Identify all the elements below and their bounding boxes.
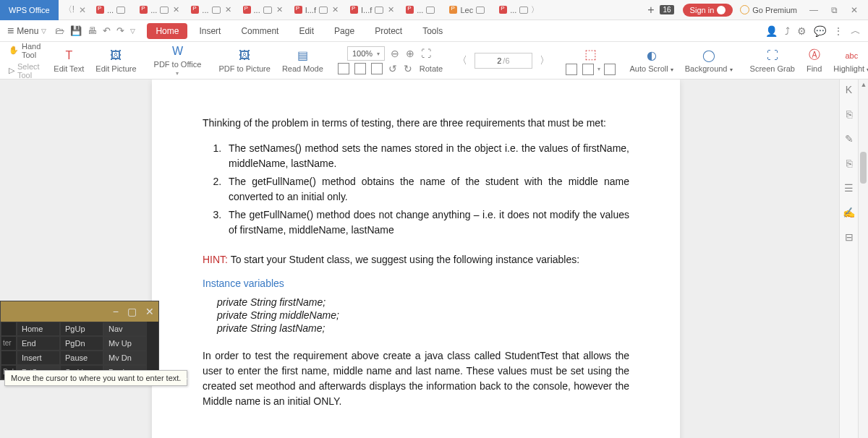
scroll-up-icon[interactable]: ▲ <box>860 81 867 90</box>
osk-key-mvup[interactable]: Mv Up <box>103 336 147 351</box>
zoom-in-icon[interactable]: ⊕ <box>406 48 414 59</box>
page-input[interactable]: 2/6 <box>475 53 532 69</box>
osk-minimize-icon[interactable]: − <box>113 306 119 317</box>
osk-key[interactable] <box>1 322 17 336</box>
menu-comment[interactable]: Comment <box>232 23 287 39</box>
osk-key-pause[interactable]: Pause <box>60 351 103 365</box>
rotate-right-icon[interactable]: ↻ <box>404 63 412 74</box>
minimize-button[interactable]: — <box>804 0 823 20</box>
rotate-left-icon[interactable]: ↺ <box>388 63 397 74</box>
close-icon[interactable]: ✕ <box>276 5 283 14</box>
close-icon[interactable]: ✕ <box>332 5 339 14</box>
zoom-out-icon[interactable]: ⊖ <box>391 48 399 59</box>
sign-icon[interactable]: ✍ <box>843 207 855 218</box>
doc-tab-0[interactable]: ... <box>91 1 133 19</box>
hand-tool[interactable]: ✋Hand Tool <box>9 41 41 60</box>
close-icon[interactable]: ✕ <box>173 5 179 14</box>
doc-tab-5[interactable]: I...f✕ <box>345 1 399 19</box>
screen-grab-button[interactable]: ⛶Screen Grab <box>744 48 801 73</box>
doc-tab-6[interactable]: ... <box>401 1 443 19</box>
osk-titlebar[interactable]: − ▢ ✕ <box>1 301 158 322</box>
share-icon[interactable]: ⤴ <box>785 25 790 37</box>
menu-edit[interactable]: Edit <box>290 23 323 39</box>
save-icon[interactable]: 💾 <box>70 25 82 36</box>
osk-key-pgdn[interactable]: PgDn <box>60 336 103 351</box>
open-icon[interactable]: 🗁 <box>55 25 64 36</box>
cloud-icon[interactable]: ⊟ <box>843 231 855 243</box>
menus: Home Insert Comment Edit Page Protect To… <box>147 23 451 39</box>
select-tool[interactable]: ▷Select Tool <box>9 61 41 80</box>
osk-key-home[interactable]: Home <box>17 322 60 336</box>
qat-dropdown-icon[interactable]: ▽ <box>130 27 135 35</box>
doc-tab-4[interactable]: I...f✕ <box>289 1 344 19</box>
settings-icon[interactable]: ⚙ <box>797 25 807 37</box>
page-layout-icon[interactable] <box>566 64 577 75</box>
view-single-icon[interactable] <box>338 63 349 74</box>
view-continuous-icon[interactable] <box>354 63 366 74</box>
auto-scroll-button[interactable]: ◐Auto Scroll ▾ <box>624 48 679 73</box>
feedback-icon[interactable]: 💬 <box>814 25 826 37</box>
user-icon[interactable]: 👤 <box>765 25 778 37</box>
read-mode-button[interactable]: ▤Read Mode <box>276 48 329 73</box>
prev-page-button[interactable]: 〈 <box>450 54 475 67</box>
edit-text-button[interactable]: TEdit Text <box>48 48 90 73</box>
osk-key[interactable]: ter <box>1 336 17 351</box>
reset-icon[interactable]: K <box>843 84 855 95</box>
undo-icon[interactable]: ↶ <box>103 25 111 36</box>
view-facing-icon[interactable] <box>371 63 383 74</box>
convert-icon[interactable]: ⎘ <box>843 158 855 169</box>
tab-close-icon[interactable]: ✕ <box>79 5 86 15</box>
print-icon[interactable]: 🖶 <box>88 25 97 36</box>
close-window-button[interactable]: ✕ <box>845 0 864 20</box>
doc-tab-3[interactable]: ...✕ <box>238 1 288 19</box>
osk-key-insert[interactable]: Insert <box>17 351 60 365</box>
zoom-select[interactable]: 100%▾ <box>347 46 385 61</box>
menu-toggle[interactable]: Menu▽ <box>7 25 46 38</box>
menu-insert[interactable]: Insert <box>190 23 229 39</box>
thumbnail-icon[interactable]: ⬚ <box>584 46 597 62</box>
count-badge[interactable]: 16 <box>660 5 673 14</box>
redo-icon[interactable]: ↷ <box>116 25 124 36</box>
pdf-to-picture-button[interactable]: 🖼PDF to Picture <box>213 48 276 73</box>
doc-tab-1[interactable]: ...✕ <box>135 1 184 19</box>
tab-prev-icon[interactable]: 〈! <box>64 4 75 16</box>
vertical-scrollbar[interactable]: ▲ <box>858 80 868 438</box>
scroll-thumb[interactable] <box>860 152 867 184</box>
osk-close-icon[interactable]: ✕ <box>145 306 154 317</box>
edit-icon[interactable]: ✎ <box>843 133 855 145</box>
fit-page-icon[interactable]: ⛶ <box>421 48 431 59</box>
edit-picture-button[interactable]: 🖼Edit Picture <box>90 48 142 73</box>
pdf-to-office-button[interactable]: WPDF to Office▾ <box>148 44 208 77</box>
two-page-icon[interactable] <box>582 64 594 75</box>
doc-tab-7[interactable]: Lec <box>444 1 493 19</box>
highlight-button[interactable]: abcHighlight ▾ <box>827 48 868 73</box>
doc-tab-2[interactable]: ...✕ <box>186 1 236 19</box>
next-page-button[interactable]: 〉 <box>532 54 557 67</box>
signin-button[interactable]: Sign in <box>683 4 733 17</box>
on-screen-keyboard: − ▢ ✕ Home PgUp Nav ter End PgDn Mv Up I… <box>0 301 159 380</box>
osk-key[interactable] <box>1 351 17 365</box>
compact-icon[interactable] <box>604 64 616 75</box>
premium-button[interactable]: Go Premium <box>734 5 803 14</box>
background-button[interactable]: ◯Background ▾ <box>679 48 739 73</box>
osk-key-mvdn[interactable]: Mv Dn <box>103 351 147 365</box>
osk-key-end[interactable]: End <box>17 336 60 351</box>
osk-key-nav[interactable]: Nav <box>103 322 147 336</box>
doc-tab-8[interactable]: ...〉 <box>494 1 544 19</box>
menu-page[interactable]: Page <box>326 23 363 39</box>
collapse-ribbon-icon[interactable]: ︿ <box>851 25 861 38</box>
close-icon[interactable]: ✕ <box>388 5 394 14</box>
selection-tools: ✋Hand Tool ▷Select Tool <box>9 41 41 80</box>
find-button[interactable]: ⒶFind <box>801 48 827 73</box>
review-icon[interactable]: ☰ <box>843 182 855 194</box>
menu-protect[interactable]: Protect <box>366 23 411 39</box>
osk-key-pgup[interactable]: PgUp <box>60 322 103 336</box>
menu-home[interactable]: Home <box>147 23 187 39</box>
new-tab-button[interactable]: + <box>643 4 658 17</box>
maximize-button[interactable]: ⧉ <box>825 0 843 20</box>
osk-maximize-icon[interactable]: ▢ <box>127 306 137 317</box>
menu-tools[interactable]: Tools <box>414 23 451 39</box>
close-icon[interactable]: ✕ <box>225 5 231 14</box>
more-icon[interactable]: ⋮ <box>833 25 843 37</box>
export-icon[interactable]: ⎘ <box>843 108 855 120</box>
